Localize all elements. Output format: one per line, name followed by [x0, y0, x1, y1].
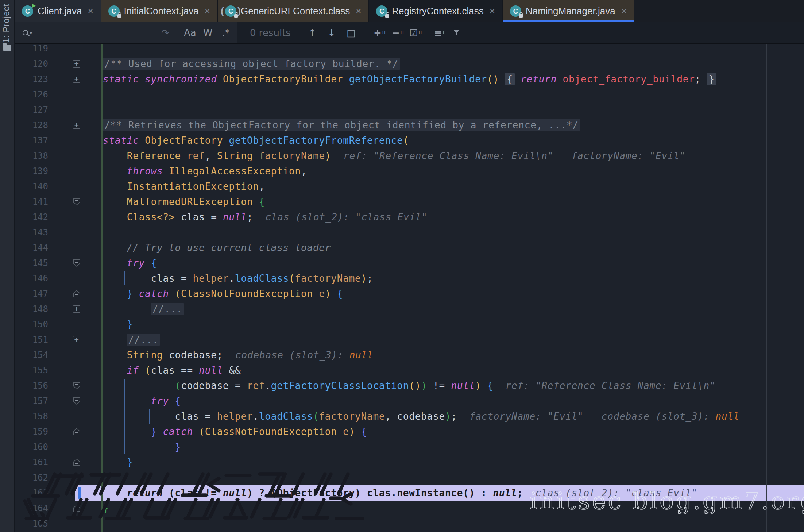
- code-line-157[interactable]: 157 try {: [15, 393, 804, 409]
- fold-marker-icon[interactable]: [73, 305, 80, 313]
- line-number[interactable]: 143: [15, 225, 48, 240]
- code-line-150[interactable]: 150 }: [15, 317, 804, 332]
- fold-marker-icon[interactable]: [73, 122, 80, 129]
- code-line-154[interactable]: 154 String codebase;codebase (slot_3): n…: [15, 347, 804, 363]
- tab-close-icon[interactable]: ×: [88, 5, 93, 17]
- line-number[interactable]: 161: [15, 455, 48, 470]
- code-line-127[interactable]: 127: [15, 102, 804, 117]
- line-number[interactable]: 142: [15, 209, 48, 225]
- line-number[interactable]: 127: [15, 102, 48, 117]
- line-number[interactable]: 151: [15, 332, 48, 347]
- folder-icon[interactable]: [3, 45, 11, 51]
- line-number[interactable]: 154: [15, 347, 48, 363]
- code-line-139[interactable]: 139 throws IllegalAccessException,: [15, 163, 804, 179]
- divider: [174, 26, 174, 39]
- previous-occurrence-button[interactable]: ↑: [308, 22, 316, 43]
- code-line-137[interactable]: 137static ObjectFactory getObjectFactory…: [15, 133, 804, 148]
- line-number[interactable]: 139: [15, 163, 48, 179]
- code-line-140[interactable]: 140 InstantiationException,: [15, 179, 804, 194]
- search-in-selection-icon[interactable]: □: [347, 22, 356, 43]
- project-tool-window-label[interactable]: 1: Project: [1, 4, 11, 43]
- lock-badge-icon: [117, 14, 121, 18]
- line-number[interactable]: 145: [15, 255, 48, 271]
- line-number[interactable]: 126: [15, 87, 48, 102]
- line-number[interactable]: 128: [15, 117, 48, 133]
- code-line-155[interactable]: 155 if (clas == null &&: [15, 363, 804, 378]
- find-bar-right-section: [237, 22, 804, 43]
- code-line-158[interactable]: 158 clas = helper.loadClass(factoryName,…: [15, 409, 804, 424]
- tab-initialcontext-java[interactable]: C InitialContext.java ×: [101, 0, 218, 22]
- debugger-inline-hint: ref: "Reference Class Name: Evil\n" fact…: [343, 148, 685, 163]
- line-number[interactable]: 123: [15, 72, 48, 87]
- line-number[interactable]: 140: [15, 179, 48, 194]
- line-number[interactable]: 137: [15, 133, 48, 148]
- tab-close-icon[interactable]: ×: [356, 5, 361, 17]
- words-toggle[interactable]: W: [203, 22, 213, 43]
- code-text: /** Retrieves the ObjectFactory for the …: [15, 117, 804, 133]
- code-line-126[interactable]: 126: [15, 87, 804, 102]
- line-number[interactable]: 138: [15, 148, 48, 163]
- regex-toggle[interactable]: .*: [222, 22, 229, 43]
- code-line-141[interactable]: 141 MalformedURLException {: [15, 194, 804, 209]
- match-case-toggle[interactable]: Aa: [184, 22, 196, 43]
- code-line-151[interactable]: 151 //...: [15, 332, 804, 347]
- code-line-159[interactable]: 159 } catch (ClassNotFoundException e) {: [15, 424, 804, 439]
- code-line-138[interactable]: 138 Reference ref, String factoryName)re…: [15, 148, 804, 163]
- line-number[interactable]: 141: [15, 194, 48, 209]
- code-line-145[interactable]: 145 try {: [15, 255, 804, 271]
- line-number[interactable]: 144: [15, 240, 48, 255]
- java-class-run-icon: C: [22, 5, 33, 17]
- tab-label: InitialContext.java: [124, 5, 199, 17]
- fold-marker-icon[interactable]: [73, 336, 80, 343]
- code-line-120[interactable]: 120/** Used for accessing object factory…: [15, 56, 804, 72]
- code-line-143[interactable]: 143: [15, 225, 804, 240]
- code-line-147[interactable]: 147 } catch (ClassNotFoundException e) {: [15, 286, 804, 301]
- line-number[interactable]: 147: [15, 286, 48, 301]
- line-number[interactable]: 155: [15, 363, 48, 378]
- line-number[interactable]: 146: [15, 271, 48, 286]
- java-class-lock-icon: C: [376, 5, 387, 17]
- code-text: //...: [15, 301, 804, 317]
- code-line-148[interactable]: 148 //...: [15, 301, 804, 317]
- tab-close-icon[interactable]: ×: [205, 5, 210, 17]
- line-number[interactable]: 150: [15, 317, 48, 332]
- editor-pane[interactable]: 119120/** Used for accessing object fact…: [15, 44, 804, 532]
- line-number[interactable]: 148: [15, 301, 48, 317]
- line-number[interactable]: 156: [15, 378, 48, 393]
- code-line-144[interactable]: 144 // Try to use current class loader: [15, 240, 804, 255]
- line-number[interactable]: 157: [15, 393, 48, 409]
- code-line-161[interactable]: 161 }: [15, 455, 804, 470]
- tab-client-java[interactable]: C Client.java ×: [15, 0, 101, 22]
- paren-close-icon: ): [237, 5, 241, 17]
- search-input[interactable]: [36, 25, 153, 40]
- line-number[interactable]: 160: [15, 439, 48, 455]
- tab-registrycontext-class[interactable]: C RegistryContext.class ×: [369, 0, 503, 22]
- code-text: (codebase = ref.getFactoryClassLocation(…: [15, 378, 804, 393]
- code-line-128[interactable]: 128/** Retrieves the ObjectFactory for t…: [15, 117, 804, 133]
- tab-label: GenericURLContext.class: [241, 5, 350, 17]
- select-all-occurrences-icon[interactable]: ☑II: [409, 22, 422, 43]
- code-line-146[interactable]: 146 clas = helper.loadClass(factoryName)…: [15, 271, 804, 286]
- tab-genericurlcontext-class[interactable]: ( C ) GenericURLContext.class ×: [218, 0, 369, 22]
- code-line-156[interactable]: 156 (codebase = ref.getFactoryClassLocat…: [15, 378, 804, 393]
- remove-occurrence-icon[interactable]: −II: [392, 22, 405, 43]
- line-number[interactable]: 120: [15, 56, 48, 72]
- search-icon[interactable]: ▾: [23, 22, 32, 43]
- add-occurrence-icon[interactable]: +II: [374, 22, 386, 43]
- restore-search-icon[interactable]: ↷: [161, 22, 169, 43]
- tab-close-icon[interactable]: ×: [490, 5, 495, 17]
- vcs-added-stripe[interactable]: [101, 44, 103, 532]
- line-number[interactable]: 159: [15, 424, 48, 439]
- tab-namingmanager-java[interactable]: C NamingManager.java ×: [503, 0, 634, 22]
- next-occurrence-button[interactable]: ↓: [328, 22, 336, 43]
- tab-close-icon[interactable]: ×: [621, 5, 627, 17]
- fold-marker-icon[interactable]: [73, 60, 80, 68]
- fold-marker-icon[interactable]: [73, 76, 80, 83]
- filter-lines-icon[interactable]: ≡I: [434, 22, 445, 43]
- code-line-123[interactable]: 123static synchronized ObjectFactoryBuil…: [15, 72, 804, 87]
- code-text: try {: [15, 393, 804, 409]
- filter-search-results-icon[interactable]: [453, 22, 460, 43]
- code-line-142[interactable]: 142 Class<?> clas = null;clas (slot_2): …: [15, 209, 804, 225]
- line-number[interactable]: 158: [15, 409, 48, 424]
- code-line-160[interactable]: 160 }: [15, 439, 804, 455]
